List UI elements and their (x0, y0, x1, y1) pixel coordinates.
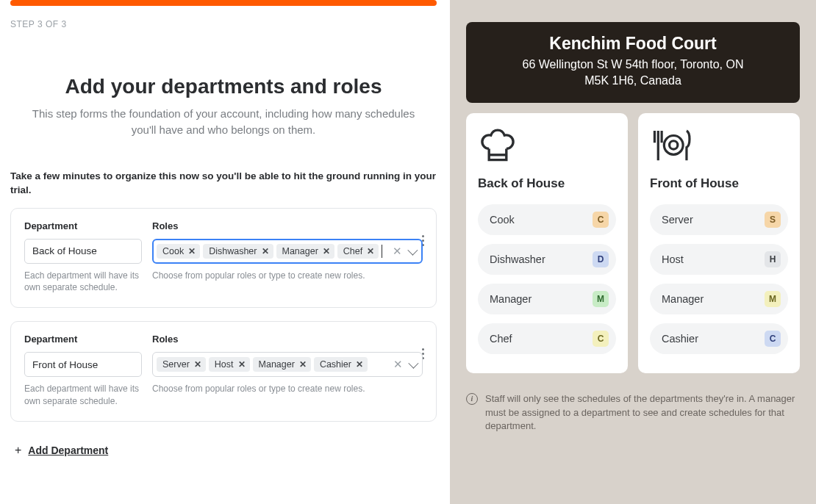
role-badge: M (593, 291, 609, 307)
roles-label: Roles (152, 334, 423, 345)
preview-role-pill: Dishwasher D (478, 244, 616, 275)
info-icon: i (466, 393, 478, 405)
intro-text: Take a few minutes to organize this now … (10, 169, 437, 198)
clear-roles-icon[interactable]: ✕ (393, 245, 402, 258)
preview-role-name: Cook (490, 214, 515, 226)
setup-form-panel: STEP 3 OF 3 Add your departments and rol… (0, 0, 450, 504)
location-name: Kenchim Food Court (481, 34, 785, 54)
role-tag[interactable]: Server✕ (157, 357, 206, 372)
department-card: Department Each department will have its… (10, 321, 437, 422)
chef-hat-icon (478, 126, 518, 166)
role-badge: D (593, 251, 609, 267)
role-tag[interactable]: Dishwasher✕ (203, 244, 273, 259)
page-subtitle: This step forms the foundation of your a… (22, 106, 425, 138)
step-label: STEP 3 OF 3 (10, 19, 437, 29)
preview-role-name: Dishwasher (490, 253, 545, 265)
plus-icon: + (15, 444, 21, 457)
department-helper: Each department will have its own separa… (24, 383, 142, 408)
preview-department-card: Back of House Cook C Dishwasher D Manage… (466, 113, 628, 373)
preview-role-name: Cashier (662, 333, 698, 345)
info-note-text: Staff will only see the schedules of the… (485, 392, 800, 434)
remove-tag-icon[interactable]: ✕ (194, 359, 201, 370)
preview-department-card: Front of House Server S Host H Manager M… (638, 113, 800, 373)
department-card: Department Each department will have its… (10, 208, 437, 309)
preview-department-title: Back of House (478, 176, 616, 191)
remove-tag-icon[interactable]: ✕ (323, 246, 330, 256)
role-tag[interactable]: Chef✕ (337, 244, 379, 259)
preview-role-pill: Cashier C (650, 323, 788, 354)
info-note: i Staff will only see the schedules of t… (466, 392, 800, 434)
roles-helper: Choose from popular roles or type to cre… (152, 383, 423, 395)
role-tag[interactable]: Manager✕ (253, 357, 311, 372)
department-name-input[interactable] (24, 352, 142, 377)
page-title: Add your departments and roles (10, 75, 437, 98)
role-badge: S (765, 212, 781, 228)
location-header: Kenchim Food Court 66 Wellington St W 54… (466, 22, 800, 103)
preview-role-pill: Manager M (478, 284, 616, 314)
preview-department-title: Front of House (650, 176, 788, 191)
preview-role-pill: Cook C (478, 204, 616, 235)
roles-label: Roles (152, 220, 423, 231)
location-address-2: M5K 1H6, Canada (481, 73, 785, 89)
role-badge: M (765, 291, 781, 307)
role-tag[interactable]: Manager✕ (276, 244, 334, 259)
role-badge: H (765, 251, 781, 267)
roles-helper: Choose from popular roles or type to cre… (152, 270, 423, 282)
preview-role-name: Chef (490, 333, 512, 345)
preview-role-pill: Host H (650, 244, 788, 275)
roles-multiselect[interactable]: Cook✕Dishwasher✕Manager✕Chef✕ ✕ (152, 239, 423, 264)
preview-panel: Kenchim Food Court 66 Wellington St W 54… (450, 0, 816, 504)
clear-roles-icon[interactable]: ✕ (393, 358, 403, 371)
department-helper: Each department will have its own separa… (24, 270, 142, 295)
remove-tag-icon[interactable]: ✕ (238, 359, 246, 370)
roles-text-cursor[interactable] (382, 245, 386, 258)
department-name-input[interactable] (24, 239, 142, 264)
svg-point-2 (670, 141, 678, 149)
department-label: Department (24, 220, 142, 231)
role-badge: C (593, 212, 609, 228)
preview-role-name: Server (662, 214, 693, 226)
remove-tag-icon[interactable]: ✕ (262, 246, 269, 256)
location-address-1: 66 Wellington St W 54th floor, Toronto, … (481, 57, 785, 73)
remove-tag-icon[interactable]: ✕ (367, 246, 374, 256)
role-badge: C (593, 331, 609, 347)
progress-fill (10, 0, 437, 6)
preview-role-name: Host (662, 253, 684, 265)
chevron-down-icon[interactable] (407, 245, 418, 255)
preview-role-name: Manager (662, 293, 704, 305)
dining-icon (650, 126, 692, 166)
add-department-button[interactable]: + Add Department (15, 444, 108, 457)
roles-multiselect[interactable]: Server✕Host✕Manager✕Cashier✕ ✕ (152, 352, 423, 377)
preview-role-pill: Manager M (650, 284, 788, 314)
department-label: Department (24, 334, 142, 345)
add-department-label: Add Department (28, 444, 108, 456)
role-tag[interactable]: Cashier✕ (314, 357, 368, 372)
role-badge: C (765, 331, 781, 347)
remove-tag-icon[interactable]: ✕ (356, 359, 363, 370)
remove-tag-icon[interactable]: ✕ (188, 246, 196, 256)
preview-role-pill: Server S (650, 204, 788, 235)
role-tag[interactable]: Cook✕ (157, 244, 200, 259)
svg-point-1 (664, 135, 683, 154)
preview-role-name: Manager (490, 293, 532, 305)
role-tag[interactable]: Host✕ (209, 357, 250, 372)
remove-tag-icon[interactable]: ✕ (299, 359, 307, 370)
progress-bar (10, 0, 437, 6)
preview-role-pill: Chef C (478, 323, 616, 354)
chevron-down-icon[interactable] (408, 359, 418, 369)
